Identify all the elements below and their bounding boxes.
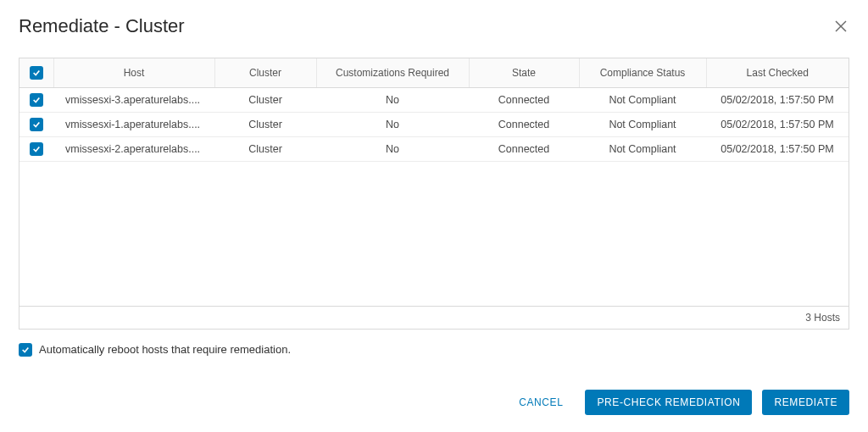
cell-state: Connected xyxy=(469,113,579,137)
cell-host: vmissesxi-2.aperaturelabs.... xyxy=(53,137,214,162)
row-checkbox[interactable] xyxy=(30,93,43,107)
close-icon[interactable] xyxy=(832,18,849,35)
col-header-cluster[interactable]: Cluster xyxy=(214,58,316,88)
col-header-compliance[interactable]: Compliance Status xyxy=(579,58,706,88)
cell-customizations: No xyxy=(316,88,469,113)
col-header-customizations[interactable]: Customizations Required xyxy=(316,58,469,88)
col-header-last-checked[interactable]: Last Checked xyxy=(706,58,849,88)
cell-customizations: No xyxy=(316,137,469,162)
row-checkbox[interactable] xyxy=(30,118,43,131)
cell-host: vmissesxi-3.aperaturelabs.... xyxy=(53,88,214,113)
hosts-table-container: Host Cluster Customizations Required Sta… xyxy=(19,58,849,330)
table-filler xyxy=(19,162,849,306)
remediate-button[interactable]: REMEDIATE xyxy=(762,390,849,415)
dialog-header: Remediate - Cluster xyxy=(19,15,849,37)
precheck-remediation-button[interactable]: PRE-CHECK REMEDIATION xyxy=(585,390,752,415)
col-header-host[interactable]: Host xyxy=(53,58,214,88)
cell-compliance: Not Compliant xyxy=(579,113,706,137)
auto-reboot-checkbox[interactable] xyxy=(19,343,32,357)
dialog-title: Remediate - Cluster xyxy=(19,15,185,37)
auto-reboot-option[interactable]: Automatically reboot hosts that require … xyxy=(19,343,849,357)
cell-last-checked: 05/02/2018, 1:57:50 PM xyxy=(706,113,849,137)
cell-state: Connected xyxy=(469,88,579,113)
cell-last-checked: 05/02/2018, 1:57:50 PM xyxy=(706,137,849,162)
table-header-row: Host Cluster Customizations Required Sta… xyxy=(19,58,849,88)
table-footer-count: 3 Hosts xyxy=(19,306,849,329)
table-row[interactable]: vmissesxi-2.aperaturelabs.... Cluster No… xyxy=(19,137,849,162)
cell-host: vmissesxi-1.aperaturelabs.... xyxy=(53,113,214,137)
remediate-dialog: Remediate - Cluster Host xyxy=(0,0,868,432)
col-header-state[interactable]: State xyxy=(469,58,579,88)
row-checkbox[interactable] xyxy=(30,142,43,156)
cell-cluster: Cluster xyxy=(214,137,316,162)
cell-cluster: Cluster xyxy=(214,88,316,113)
select-all-checkbox[interactable] xyxy=(30,66,43,80)
cell-state: Connected xyxy=(469,137,579,162)
cell-compliance: Not Compliant xyxy=(579,137,706,162)
hosts-table: Host Cluster Customizations Required Sta… xyxy=(19,58,849,306)
cell-customizations: No xyxy=(316,113,469,137)
cell-compliance: Not Compliant xyxy=(579,88,706,113)
cell-last-checked: 05/02/2018, 1:57:50 PM xyxy=(706,88,849,113)
auto-reboot-label: Automatically reboot hosts that require … xyxy=(39,343,291,356)
cell-cluster: Cluster xyxy=(214,113,316,137)
table-row[interactable]: vmissesxi-3.aperaturelabs.... Cluster No… xyxy=(19,88,849,113)
dialog-buttons: CANCEL PRE-CHECK REMEDIATION REMEDIATE xyxy=(507,390,849,415)
cancel-button[interactable]: CANCEL xyxy=(507,390,575,415)
table-row[interactable]: vmissesxi-1.aperaturelabs.... Cluster No… xyxy=(19,113,849,137)
